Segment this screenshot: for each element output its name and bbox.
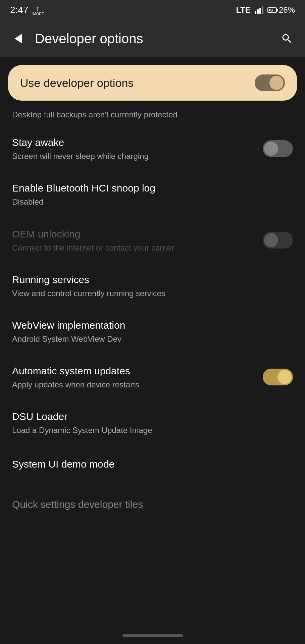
quick-settings-demo-item[interactable]: Quick settings developer tiles xyxy=(0,483,305,520)
battery-icon: ⚡ xyxy=(267,7,277,13)
bluetooth-hci-text: Enable Bluetooth HCI snoop log Disabled xyxy=(12,181,293,207)
lte-label: LTE xyxy=(236,5,251,15)
auto-updates-subtitle: Apply updates when device restarts xyxy=(12,379,256,390)
developer-options-toggle[interactable] xyxy=(255,74,285,91)
running-services-text: Running services View and control curren… xyxy=(12,273,293,299)
system-ui-demo-text: System UI demo mode xyxy=(12,458,293,471)
auto-updates-toggle[interactable] xyxy=(263,369,293,385)
developer-options-banner[interactable]: Use developer options xyxy=(8,65,297,101)
oem-unlocking-toggle xyxy=(263,232,293,249)
quick-settings-demo-text: Quick settings developer tiles xyxy=(12,498,293,511)
status-left: 2:47 ↑ 1MORE xyxy=(10,5,44,16)
oem-unlocking-item: OEM unlocking Connect to the internet or… xyxy=(0,217,305,263)
webview-item[interactable]: WebView implementation Android System We… xyxy=(0,309,305,354)
signal-icon xyxy=(255,6,263,14)
stay-awake-item[interactable]: Stay awake Screen will never sleep while… xyxy=(0,126,305,171)
status-right: LTE ⚡ 26% xyxy=(236,5,295,15)
status-time: 2:47 xyxy=(10,5,29,15)
stay-awake-toggle-knob xyxy=(264,142,278,156)
auto-updates-text: Automatic system updates Apply updates w… xyxy=(12,364,263,390)
battery-percent: 26% xyxy=(279,5,295,15)
stay-awake-subtitle: Screen will never sleep while charging xyxy=(12,151,256,161)
webview-subtitle: Android System WebView Dev xyxy=(12,334,286,344)
auto-updates-toggle-knob xyxy=(277,370,292,384)
desktop-backup-item: Desktop full backups aren't currently pr… xyxy=(0,103,305,126)
desktop-backup-subtitle: Desktop full backups aren't currently pr… xyxy=(12,110,177,119)
auto-updates-title: Automatic system updates xyxy=(12,364,256,377)
stay-awake-title: Stay awake xyxy=(12,136,256,149)
auto-updates-item[interactable]: Automatic system updates Apply updates w… xyxy=(0,354,305,400)
page-title: Developer options xyxy=(35,31,270,46)
back-button[interactable] xyxy=(8,29,28,49)
app-bar: Developer options xyxy=(0,20,305,57)
developer-options-label: Use developer options xyxy=(20,76,134,90)
bluetooth-hci-subtitle: Disabled xyxy=(12,197,286,207)
desktop-backup-text: Desktop full backups aren't currently pr… xyxy=(12,109,293,120)
oem-unlocking-text: OEM unlocking Connect to the internet or… xyxy=(12,227,263,253)
system-ui-demo-title: System UI demo mode xyxy=(12,458,286,471)
content-area: Use developer options Desktop full backu… xyxy=(0,65,305,520)
bluetooth-hci-title: Enable Bluetooth HCI snoop log xyxy=(12,181,286,195)
search-icon xyxy=(281,33,293,45)
bottom-bar xyxy=(0,627,305,644)
quick-settings-demo-title: Quick settings developer tiles xyxy=(12,498,286,511)
oem-unlocking-toggle-knob xyxy=(264,233,278,247)
dsu-loader-subtitle: Load a Dynamic System Update Image xyxy=(12,425,286,435)
system-ui-demo-item[interactable]: System UI demo mode xyxy=(0,446,305,483)
search-button[interactable] xyxy=(277,29,297,49)
dsu-loader-title: DSU Loader xyxy=(12,410,286,423)
oem-unlocking-subtitle: Connect to the internet or contact your … xyxy=(12,243,256,253)
back-arrow-icon xyxy=(14,34,22,43)
oem-unlocking-title: OEM unlocking xyxy=(12,227,256,240)
battery-container: ⚡ 26% xyxy=(267,5,295,15)
bluetooth-hci-item[interactable]: Enable Bluetooth HCI snoop log Disabled xyxy=(0,171,305,217)
running-services-item[interactable]: Running services View and control curren… xyxy=(0,263,305,309)
stay-awake-toggle[interactable] xyxy=(263,140,293,157)
webview-title: WebView implementation xyxy=(12,319,286,332)
running-services-subtitle: View and control currently running servi… xyxy=(12,288,286,299)
dsu-loader-text: DSU Loader Load a Dynamic System Update … xyxy=(12,410,293,435)
status-bar: 2:47 ↑ 1MORE LTE ⚡ 26% xyxy=(0,0,305,20)
toggle-knob xyxy=(269,76,284,90)
notification-icon: ↑ 1MORE xyxy=(31,5,44,16)
running-services-title: Running services xyxy=(12,273,286,286)
webview-text: WebView implementation Android System We… xyxy=(12,319,293,344)
dsu-loader-item[interactable]: DSU Loader Load a Dynamic System Update … xyxy=(0,400,305,445)
home-indicator xyxy=(122,634,183,637)
stay-awake-text: Stay awake Screen will never sleep while… xyxy=(12,136,263,161)
